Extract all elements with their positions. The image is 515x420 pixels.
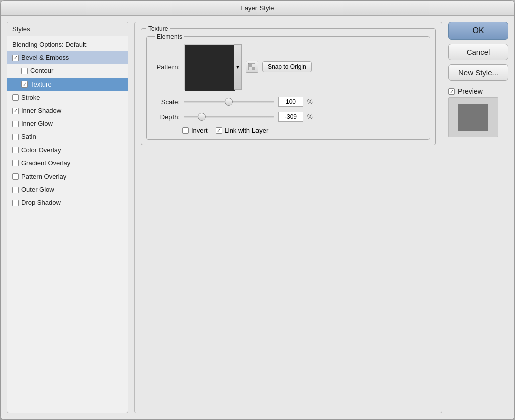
middle-panel: Texture Elements Pattern: [134, 22, 442, 413]
preview-section: Preview [448, 87, 508, 137]
blending-options-label: Blending Options: Default [12, 40, 86, 49]
inner-shadow-checkbox[interactable] [12, 108, 19, 114]
sidebar-item-bevel-emboss[interactable]: Bevel & Emboss [7, 51, 128, 64]
checkbox-row: Invert Link with Layer [152, 127, 424, 134]
preview-label-row: Preview [448, 87, 508, 95]
right-panel: OK Cancel New Style... Preview [448, 22, 508, 413]
sidebar-item-inner-shadow[interactable]: Inner Shadow [7, 104, 128, 117]
preview-box [448, 97, 498, 137]
color-overlay-checkbox[interactable] [12, 147, 19, 153]
elements-content: Pattern: [152, 44, 424, 134]
scale-label: Scale: [152, 98, 180, 106]
new-style-button[interactable]: New Style... [448, 64, 508, 81]
drop-shadow-label: Drop Shadow [21, 198, 61, 207]
texture-checkbox[interactable] [21, 81, 28, 88]
preview-label: Preview [458, 87, 483, 95]
svg-rect-4 [252, 67, 255, 70]
svg-rect-3 [249, 64, 252, 67]
ok-button[interactable]: OK [448, 22, 508, 40]
texture-label: Texture [30, 80, 52, 89]
depth-input[interactable] [278, 112, 303, 122]
gradient-overlay-checkbox[interactable] [12, 160, 19, 166]
pattern-preview[interactable] [184, 44, 234, 90]
svg-rect-1 [185, 45, 235, 91]
cancel-button[interactable]: Cancel [448, 44, 508, 60]
scale-row: Scale: % [152, 97, 424, 107]
sidebar-item-texture[interactable]: Texture [7, 78, 128, 91]
scale-input[interactable] [278, 97, 303, 107]
sidebar-item-pattern-overlay[interactable]: Pattern Overlay [7, 170, 128, 183]
depth-slider-track[interactable] [184, 116, 274, 118]
scale-slider-thumb[interactable] [225, 98, 233, 106]
sidebar-item-outer-glow[interactable]: Outer Glow [7, 183, 128, 196]
contour-checkbox[interactable] [21, 68, 28, 74]
pattern-label: Pattern: [152, 63, 180, 71]
satin-checkbox[interactable] [12, 134, 19, 140]
pattern-scroll-arrow[interactable]: ▼ [234, 44, 242, 90]
sidebar-item-gradient-overlay[interactable]: Gradient Overlay [7, 157, 128, 170]
depth-percent: % [307, 113, 313, 120]
inner-glow-checkbox[interactable] [12, 121, 19, 127]
content-area: Styles Blending Options: Default Bevel &… [1, 16, 514, 419]
bevel-emboss-label: Bevel & Emboss [21, 53, 69, 62]
bevel-emboss-checkbox[interactable] [12, 55, 19, 61]
sidebar-item-drop-shadow[interactable]: Drop Shadow [7, 196, 128, 209]
sidebar-item-satin[interactable]: Satin [7, 130, 128, 143]
inner-shadow-label: Inner Shadow [21, 106, 61, 115]
pattern-overlay-label: Pattern Overlay [21, 172, 66, 181]
invert-text: Invert [191, 127, 208, 134]
color-overlay-label: Color Overlay [21, 146, 61, 155]
snap-to-origin-button[interactable]: Snap to Origin [262, 61, 312, 72]
preview-inner [458, 104, 488, 131]
dialog-title: Layer Style [241, 4, 274, 12]
satin-label: Satin [21, 132, 36, 141]
pattern-overlay-checkbox[interactable] [12, 173, 19, 180]
gradient-overlay-label: Gradient Overlay [21, 159, 70, 168]
link-with-layer-label[interactable]: Link with Layer [216, 127, 269, 134]
pattern-icon-btn[interactable] [246, 61, 258, 73]
texture-group-title: Texture [146, 25, 170, 32]
inner-glow-label: Inner Glow [21, 119, 53, 128]
title-bar: Layer Style [1, 1, 514, 16]
layer-style-dialog: Layer Style Styles Blending Options: Def… [0, 0, 515, 420]
pattern-row: Pattern: [152, 44, 424, 90]
outer-glow-checkbox[interactable] [12, 187, 19, 193]
invert-label[interactable]: Invert [182, 127, 208, 134]
depth-label: Depth: [152, 113, 180, 121]
left-panel: Styles Blending Options: Default Bevel &… [7, 22, 128, 413]
outer-glow-label: Outer Glow [21, 185, 54, 194]
styles-header: Styles [7, 22, 128, 36]
texture-group: Texture Elements Pattern: [141, 28, 436, 145]
elements-group-title: Elements [155, 33, 184, 40]
sidebar-item-color-overlay[interactable]: Color Overlay [7, 144, 128, 157]
invert-checkbox[interactable] [182, 127, 189, 134]
depth-row: Depth: % [152, 112, 424, 122]
contour-label: Contour [30, 66, 53, 75]
scale-slider-track[interactable] [184, 101, 274, 103]
depth-slider-thumb[interactable] [198, 113, 206, 121]
elements-group: Elements Pattern: [146, 36, 430, 140]
sidebar-item-blending[interactable]: Blending Options: Default [7, 38, 128, 51]
link-with-layer-checkbox[interactable] [216, 127, 222, 134]
sidebar-item-stroke[interactable]: Stroke [7, 91, 128, 104]
stroke-checkbox[interactable] [12, 94, 19, 101]
sidebar-item-inner-glow[interactable]: Inner Glow [7, 117, 128, 130]
sidebar-item-contour[interactable]: Contour [7, 64, 128, 77]
stroke-label: Stroke [21, 93, 40, 102]
link-with-layer-text: Link with Layer [225, 127, 269, 134]
preview-checkbox[interactable] [448, 88, 455, 95]
sidebar-list: Blending Options: Default Bevel & Emboss… [7, 36, 128, 413]
scale-percent: % [307, 98, 313, 105]
drop-shadow-checkbox[interactable] [12, 200, 19, 206]
